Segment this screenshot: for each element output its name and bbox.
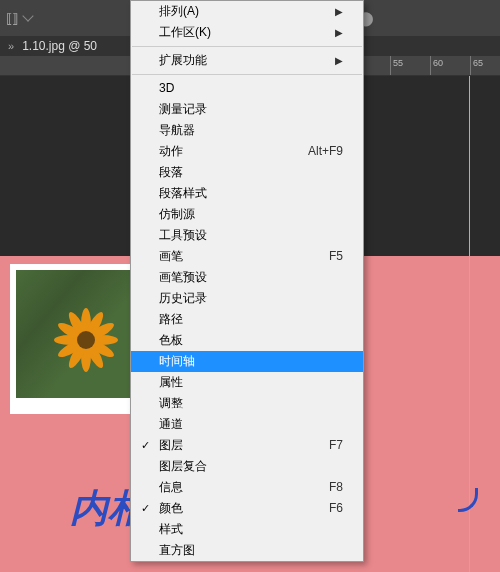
menu-item-label: 导航器 [159, 123, 195, 138]
menu-item[interactable]: 段落 [131, 162, 363, 183]
menu-item[interactable]: ✓图层F7 [131, 435, 363, 456]
menu-item-label: 路径 [159, 312, 183, 327]
menu-shortcut: F7 [329, 438, 343, 453]
submenu-arrow-icon: ▶ [335, 53, 343, 68]
menu-item-label: 动作 [159, 144, 183, 159]
window-menu: 排列(A)▶工作区(K)▶扩展功能▶3D测量记录导航器动作Alt+F9段落段落样… [130, 0, 364, 562]
menu-item-label: 工作区(K) [159, 25, 211, 40]
menu-item-label: 仿制源 [159, 207, 195, 222]
menu-item-label: 段落样式 [159, 186, 207, 201]
menu-item[interactable]: 扩展功能▶ [131, 50, 363, 71]
menu-item-label: 图层 [159, 438, 183, 453]
menu-item[interactable]: 动作Alt+F9 [131, 141, 363, 162]
menu-item-label: 通道 [159, 417, 183, 432]
menu-shortcut: Alt+F9 [308, 144, 343, 159]
icon-left[interactable]: ⟦⟧ [6, 11, 18, 26]
menu-item-label: 属性 [159, 375, 183, 390]
menu-separator [132, 74, 362, 75]
menu-item[interactable]: 3D [131, 78, 363, 99]
menu-item[interactable]: 历史记录 [131, 288, 363, 309]
submenu-arrow-icon: ▶ [335, 25, 343, 40]
menu-item[interactable]: 图层复合 [131, 456, 363, 477]
menu-item-label: 直方图 [159, 543, 195, 558]
menu-separator [132, 46, 362, 47]
menu-item[interactable]: 画笔F5 [131, 246, 363, 267]
menu-item[interactable]: 通道 [131, 414, 363, 435]
menu-item[interactable]: 调整 [131, 393, 363, 414]
menu-item[interactable]: 属性 [131, 372, 363, 393]
menu-item-label: 画笔 [159, 249, 183, 264]
document-tab[interactable]: 1.10.jpg @ 50 [22, 39, 97, 53]
menu-item[interactable]: 信息F8 [131, 477, 363, 498]
menu-item[interactable]: 工具预设 [131, 225, 363, 246]
menu-item[interactable]: 工作区(K)▶ [131, 22, 363, 43]
tab-scroll-icon[interactable]: » [8, 40, 14, 52]
menu-item[interactable]: 仿制源 [131, 204, 363, 225]
menu-item[interactable]: 段落样式 [131, 183, 363, 204]
menu-item-label: 画笔预设 [159, 270, 207, 285]
menu-item-label: 扩展功能 [159, 53, 207, 68]
flower-photo [16, 270, 137, 398]
menu-item[interactable]: ✓颜色F6 [131, 498, 363, 519]
menu-item[interactable]: 样式 [131, 519, 363, 540]
photo-frame [10, 264, 143, 414]
menu-item-label: 信息 [159, 480, 183, 495]
menu-shortcut: F8 [329, 480, 343, 495]
dropdown-icon[interactable] [22, 10, 33, 21]
menu-item-label: 图层复合 [159, 459, 207, 474]
check-icon: ✓ [141, 438, 150, 453]
menu-shortcut: F5 [329, 249, 343, 264]
menu-item-label: 历史记录 [159, 291, 207, 306]
menu-item-label: 调整 [159, 396, 183, 411]
menu-item-label: 样式 [159, 522, 183, 537]
menu-item[interactable]: 排列(A)▶ [131, 1, 363, 22]
menu-item-label: 时间轴 [159, 354, 195, 369]
submenu-arrow-icon: ▶ [335, 4, 343, 19]
menu-item-label: 色板 [159, 333, 183, 348]
menu-item-label: 段落 [159, 165, 183, 180]
menu-item[interactable]: 测量记录 [131, 99, 363, 120]
menu-item-label: 工具预设 [159, 228, 207, 243]
menu-item[interactable]: 直方图 [131, 540, 363, 561]
menu-item[interactable]: 导航器 [131, 120, 363, 141]
menu-item-label: 排列(A) [159, 4, 199, 19]
menu-item-label: 颜色 [159, 501, 183, 516]
check-icon: ✓ [141, 501, 150, 516]
menu-item-label: 测量记录 [159, 102, 207, 117]
menu-item[interactable]: 时间轴 [131, 351, 363, 372]
menu-item-label: 3D [159, 81, 174, 96]
menu-item[interactable]: 画笔预设 [131, 267, 363, 288]
menu-item[interactable]: 色板 [131, 330, 363, 351]
menu-item[interactable]: 路径 [131, 309, 363, 330]
menu-shortcut: F6 [329, 501, 343, 516]
